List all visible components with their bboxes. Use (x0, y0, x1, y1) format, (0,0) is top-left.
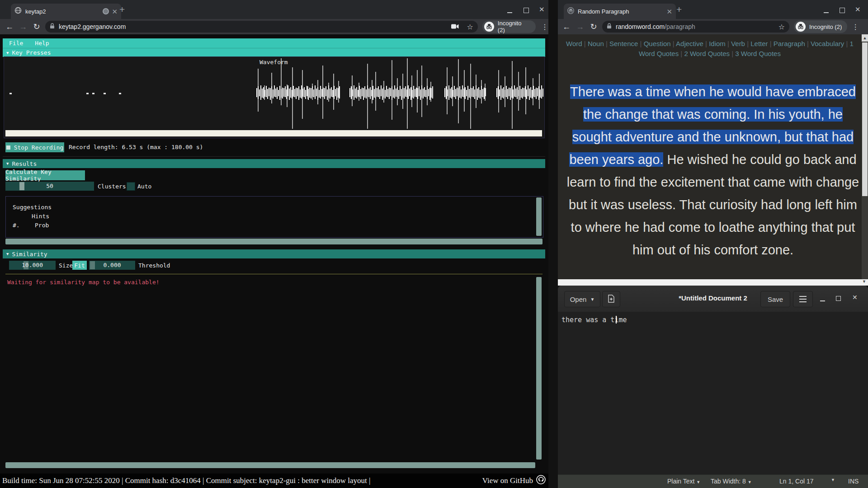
section-key-presses-label: Key Presses (12, 49, 51, 56)
back-icon[interactable]: ← (560, 22, 573, 32)
threshold-label: Threshold (138, 262, 170, 269)
address-bar[interactable]: keytap2.ggerganov.com ☆ (45, 21, 478, 33)
new-tab-button[interactable]: + (676, 5, 682, 14)
table-vertical-scrollbar[interactable] (536, 197, 542, 236)
nav-link-question[interactable]: Question (644, 40, 671, 47)
save-button[interactable]: Save (760, 291, 790, 307)
gedit-maximize-icon[interactable] (836, 295, 841, 302)
left-window-minimize-icon[interactable] (507, 8, 512, 16)
url-path: /paragraph (665, 23, 695, 30)
clusters-label: Clusters (98, 183, 126, 190)
similarity-map-region: Waiting for similarity map to be availab… (5, 274, 542, 470)
record-length-text: Record length: 6.53 s (max : 180.00 s) (69, 144, 203, 150)
address-bar[interactable]: randomword.com/paragraph ☆ (602, 21, 789, 33)
nav-link-2-word-quotes[interactable]: 2 Word Quotes (684, 50, 730, 57)
calculate-key-similarity-button[interactable]: Calculate Key Similarity (5, 170, 85, 180)
menu-help[interactable]: Help (35, 40, 49, 47)
bookmark-star-icon[interactable]: ☆ (778, 23, 785, 31)
text-cursor (616, 316, 617, 324)
waveform-scrollbar[interactable] (5, 130, 542, 136)
nav-link-letter[interactable]: Letter (750, 40, 768, 47)
reload-icon[interactable]: ↻ (587, 22, 600, 32)
gedit-headerbar[interactable]: Open ▼ *Untitled Document 2 Save ✕ (558, 286, 868, 312)
hamburger-menu-icon[interactable] (793, 291, 813, 307)
column-header-number: #. (13, 222, 20, 229)
tab-keytap2[interactable]: keytap2 ✕ (11, 4, 121, 19)
tab-close-icon[interactable]: ✕ (112, 8, 118, 15)
scroll-down-icon[interactable]: ▼ (862, 279, 866, 284)
collapse-arrow-icon: ▼ (6, 51, 9, 55)
view-on-github-link[interactable]: View on GitHub (482, 476, 533, 485)
insert-mode-indicator: INS (848, 478, 859, 485)
tab-capture-camera-icon[interactable] (451, 23, 459, 30)
reload-icon[interactable]: ↻ (30, 22, 43, 32)
github-icon[interactable] (536, 475, 546, 487)
forward-icon[interactable]: → (573, 22, 587, 32)
nav-link-sentence[interactable]: Sentence (609, 40, 638, 47)
nav-link-word[interactable]: Word (566, 40, 582, 47)
stop-recording-button[interactable]: Stop Recording (5, 142, 64, 152)
size-label: Size (59, 262, 73, 269)
size-input[interactable]: 10.000 (9, 261, 56, 270)
section-similarity-header[interactable]: ▼ Similarity (3, 249, 545, 258)
waiting-warning-text: Waiting for similarity map to be availab… (7, 279, 160, 286)
left-window-maximize-icon[interactable] (524, 7, 529, 14)
right-window-close-icon[interactable]: ✕ (855, 5, 861, 14)
bookmark-star-icon[interactable]: ☆ (467, 23, 473, 31)
globe-favicon-icon (14, 7, 22, 16)
gedit-minimize-icon[interactable] (820, 297, 825, 304)
threshold-input[interactable]: 0.000 (89, 261, 135, 270)
right-window-maximize-icon[interactable] (840, 7, 845, 14)
lock-icon (607, 23, 612, 30)
menu-file[interactable]: File (9, 40, 23, 47)
tab-width-selector[interactable]: Tab Width: 8 ▼ (711, 478, 752, 485)
new-tab-button[interactable]: + (119, 5, 125, 14)
waveform-plot (4, 57, 543, 129)
goto-line-caret-icon[interactable]: ▼ (831, 478, 835, 482)
new-document-button[interactable] (602, 291, 620, 307)
clusters-slider[interactable]: 50 (5, 182, 94, 191)
nav-link-verb[interactable]: Verb (731, 40, 745, 47)
incognito-badge: Incognito (2) (482, 20, 536, 33)
gedit-status-bar: Plain Text ▼ Tab Width: 8 ▼ Ln 1, Col 17… (558, 474, 868, 488)
section-results-header[interactable]: ▼ Results (3, 159, 545, 168)
gedit-close-icon[interactable]: ✕ (852, 294, 858, 301)
page-bottom-strip: ▼ (558, 279, 868, 286)
incognito-label: Incognito (2) (809, 23, 842, 30)
nav-link-idiom[interactable]: Idiom (709, 40, 726, 47)
browser-menu-icon[interactable]: ⋮ (852, 23, 859, 31)
page-scrollbar-thumb[interactable] (862, 42, 868, 196)
scroll-up-icon[interactable]: ▲ (862, 34, 868, 42)
nav-separator: | (638, 40, 643, 47)
nav-link-3-word-quotes[interactable]: 3 Word Quotes (735, 50, 781, 57)
gedit-text-area[interactable]: there was a time (558, 312, 868, 474)
column-header-prob: Prob (35, 222, 49, 229)
fit-button[interactable]: Fit (72, 261, 87, 270)
browser-menu-icon[interactable]: ⋮ (541, 23, 548, 31)
table-horizontal-scrollbar[interactable] (5, 239, 542, 244)
similarity-horizontal-scrollbar[interactable] (5, 462, 535, 468)
dropdown-caret-icon: ▼ (748, 480, 752, 484)
auto-label: Auto (137, 183, 151, 190)
cursor-position-text: Ln 1, Col 17 (779, 478, 814, 485)
auto-checkbox[interactable] (127, 182, 135, 191)
nav-separator: | (604, 40, 609, 47)
tab-title: keytap2 (25, 8, 103, 15)
nav-link-noun[interactable]: Noun (588, 40, 604, 47)
similarity-vertical-scrollbar[interactable] (536, 277, 542, 460)
language-selector[interactable]: Plain Text ▼ (667, 478, 700, 485)
page-scrollbar-track[interactable]: ▲ (862, 34, 868, 279)
section-key-presses-header[interactable]: ▼ Key Presses (3, 48, 545, 57)
nav-link-vocabulary[interactable]: Vocabulary (811, 40, 844, 47)
separator-line (3, 156, 545, 157)
tab-random-paragraph[interactable]: Random Paragraph ✕ (564, 4, 676, 19)
keytap-menubar: File Help (3, 38, 545, 48)
left-window-close-icon[interactable]: ✕ (539, 5, 545, 14)
nav-link-paragraph[interactable]: Paragraph (774, 40, 805, 47)
forward-icon[interactable]: → (16, 22, 30, 32)
back-icon[interactable]: ← (3, 22, 16, 32)
open-button[interactable]: Open ▼ (564, 291, 600, 307)
tab-close-icon[interactable]: ✕ (666, 8, 672, 15)
right-window-minimize-icon[interactable] (824, 8, 829, 16)
nav-link-adjective[interactable]: Adjective (676, 40, 703, 47)
